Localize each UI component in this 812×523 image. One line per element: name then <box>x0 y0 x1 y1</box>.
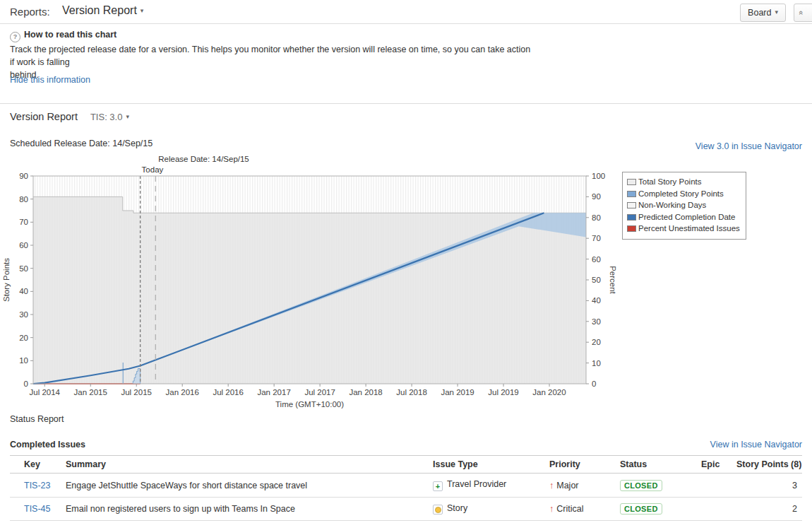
left-axis-tick: 30 <box>19 310 28 319</box>
right-axis-tick: 10 <box>592 359 601 368</box>
chevron-down-icon: ▾ <box>141 7 144 14</box>
left-axis-title: Story Points <box>2 258 11 302</box>
chevron-down-icon: ▾ <box>126 113 129 120</box>
how-to-read-heading: ?How to read this chart <box>10 30 117 42</box>
right-axis-title: Percent <box>609 266 617 294</box>
left-axis-tick: 50 <box>19 264 28 273</box>
view-in-issue-navigator-link[interactable]: View in Issue Navigator <box>710 440 802 449</box>
column-header-status: Status <box>615 456 696 474</box>
status-report-label: Status Report <box>10 414 64 424</box>
issue-summary: Email non registered users to sign up wi… <box>61 498 428 521</box>
table-row: TIS-23 Engage JetShuttle SpaceWays for s… <box>10 474 802 498</box>
right-axis-tick: 50 <box>592 276 601 284</box>
priority-label: Major <box>556 481 578 490</box>
travel-provider-issue-type-icon: + <box>433 481 443 491</box>
issue-key-link[interactable]: TIS-45 <box>24 504 51 514</box>
x-axis-tick: Jul 2014 <box>30 388 61 396</box>
status-badge: CLOSED <box>620 503 662 515</box>
x-axis-title: Time (GMT+10:00) <box>275 400 344 409</box>
legend-item: Percent Unestimated Issues <box>627 223 741 235</box>
issue-summary: Engage JetShuttle SpaceWays for short di… <box>61 474 428 498</box>
epic-cell <box>696 474 732 498</box>
left-axis-tick: 70 <box>19 218 28 226</box>
column-header-summary: Summary <box>61 456 428 474</box>
right-axis-tick: 80 <box>592 213 601 222</box>
completed-issues-heading: Completed Issues <box>10 440 85 449</box>
right-axis-tick: 0 <box>592 380 596 388</box>
issue-key-link[interactable]: TIS-23 <box>24 481 51 490</box>
column-header-key: Key <box>10 456 61 474</box>
priority-label: Critical <box>556 504 583 514</box>
report-switcher[interactable]: Version Report▾ <box>62 4 143 17</box>
table-header-row: Key Summary Issue Type Priority Status E… <box>10 456 802 474</box>
left-axis-tick: 90 <box>19 172 28 180</box>
legend-item: Completed Story Points <box>627 188 741 200</box>
x-axis-tick: Jan 2018 <box>349 388 382 396</box>
legend-swatch <box>627 225 636 232</box>
story-points-cell: 3 <box>732 474 802 498</box>
x-axis-tick: Jul 2019 <box>488 388 518 396</box>
today-label: Today <box>142 165 164 174</box>
issue-type-label: Travel Provider <box>447 479 506 489</box>
right-axis-tick: 70 <box>592 234 601 242</box>
x-axis-tick: Jul 2015 <box>121 388 151 396</box>
x-axis-tick: Jul 2016 <box>213 388 243 396</box>
legend-label: Completed Story Points <box>638 189 724 198</box>
hide-information-link[interactable]: Hide this information <box>10 75 90 85</box>
right-axis-tick: 60 <box>592 255 601 264</box>
legend-label: Predicted Completion Date <box>638 213 735 221</box>
version-report-page: Reports: Version Report▾ Board▾ « ?How t… <box>0 0 812 523</box>
table-row: TIS-45 Email non registered users to sig… <box>10 498 802 521</box>
legend-label: Percent Unestimated Issues <box>638 224 740 233</box>
x-axis-tick: Jan 2017 <box>257 388 290 396</box>
legend-swatch <box>627 214 636 221</box>
legend-swatch <box>627 191 636 197</box>
legend-label: Non-Working Days <box>638 201 706 209</box>
chart-legend: Total Story PointsCompleted Story Points… <box>622 172 746 240</box>
left-axis-tick: 80 <box>19 195 28 204</box>
legend-item: Predicted Completion Date <box>627 211 741 223</box>
x-axis-tick: Jan 2020 <box>532 388 566 396</box>
left-axis-tick: 40 <box>19 287 28 295</box>
column-header-priority: Priority <box>544 456 615 474</box>
legend-swatch <box>627 179 636 185</box>
column-header-epic: Epic <box>696 456 732 474</box>
collapse-icon: « <box>797 11 806 15</box>
story-points-cell: 2 <box>732 498 802 521</box>
scheduled-release-date: Scheduled Release Date: 14/Sep/15 <box>10 139 153 148</box>
column-header-issue-type: Issue Type <box>428 456 544 474</box>
version-selector[interactable]: TIS: 3.0▾ <box>90 112 129 122</box>
legend-item: Non-Working Days <box>627 199 741 211</box>
priority-up-arrow-icon: ↑ <box>549 481 554 490</box>
x-axis-tick: Jan 2019 <box>441 388 474 396</box>
left-axis-tick: 60 <box>19 241 28 249</box>
right-axis-tick: 40 <box>592 296 601 305</box>
legend-swatch <box>627 202 636 208</box>
x-axis-tick: Jan 2016 <box>166 388 199 396</box>
story-issue-type-icon <box>433 505 443 515</box>
column-header-story-points: Story Points (8) <box>732 456 802 474</box>
left-axis-tick: 20 <box>19 334 28 342</box>
x-axis-tick: Jan 2015 <box>74 388 107 396</box>
status-badge: CLOSED <box>620 480 662 491</box>
left-axis-tick: 0 <box>24 380 28 388</box>
x-axis-tick: Jul 2018 <box>396 388 426 396</box>
completed-issues-table: Key Summary Issue Type Priority Status E… <box>10 455 802 521</box>
x-axis-tick: Jul 2017 <box>304 388 335 396</box>
release-date-label: Release Date: 14/Sep/15 <box>158 155 249 163</box>
priority-up-arrow-icon: ↑ <box>549 504 554 514</box>
issue-type-label: Story <box>447 503 467 513</box>
chevron-down-icon: ▾ <box>775 8 778 16</box>
legend-label: Total Story Points <box>638 177 701 186</box>
right-axis-tick: 90 <box>592 192 601 201</box>
section-divider <box>0 103 812 104</box>
right-axis-tick: 100 <box>592 172 605 180</box>
version-report-heading: Version ReportTIS: 3.0▾ <box>10 111 129 122</box>
right-axis-tick: 30 <box>592 317 601 326</box>
left-axis-tick: 10 <box>19 356 28 365</box>
epic-cell <box>696 498 732 521</box>
board-button[interactable]: Board▾ <box>740 4 786 22</box>
top-bar: Reports: Version Report▾ Board▾ « <box>0 0 812 24</box>
collapse-button[interactable]: « <box>794 4 812 22</box>
breadcrumb: Reports: <box>10 6 50 18</box>
